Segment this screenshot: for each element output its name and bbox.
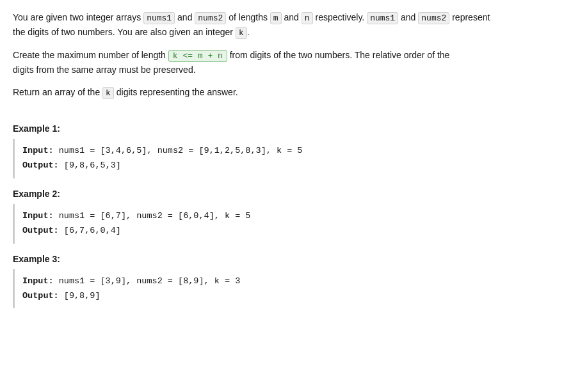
example-2-output-row: Output: [6,7,6,0,4] bbox=[22, 224, 560, 239]
example-2-output-label: Output: bbox=[22, 226, 59, 235]
m-code-1: m bbox=[270, 12, 282, 24]
desc1-end: . bbox=[247, 27, 250, 37]
example-3-input-row: Input: nums1 = [3,9], nums2 = [8,9], k =… bbox=[22, 274, 560, 289]
example-1-output-value: [9,8,6,5,3] bbox=[59, 161, 121, 170]
desc1-and2: and bbox=[282, 12, 302, 22]
example-2-box: Input: nums1 = [6,7], nums2 = [6,0,4], k… bbox=[13, 204, 567, 244]
desc1-respectively: respectively. bbox=[313, 12, 367, 22]
constraint-code: k <= m + n bbox=[168, 50, 227, 62]
desc1-and1: and bbox=[175, 12, 195, 22]
example-1-input-row: Input: nums1 = [3,4,6,5], nums2 = [9,1,2… bbox=[22, 144, 560, 159]
example-3-box: Input: nums1 = [3,9], nums2 = [8,9], k =… bbox=[13, 269, 567, 309]
desc1-text-start: You are given two integer arrays bbox=[13, 12, 143, 22]
nums2-code-1: nums2 bbox=[195, 12, 226, 24]
example-3-input-label: Input: bbox=[22, 276, 54, 286]
desc2-text-start: Create the maximum number of length bbox=[13, 50, 168, 60]
example-2-input-row: Input: nums1 = [6,7], nums2 = [6,0,4], k… bbox=[22, 209, 560, 224]
example-2-input-label: Input: bbox=[22, 211, 54, 221]
example-2-output-value: [6,7,6,0,4] bbox=[59, 226, 121, 235]
k-code-1: k bbox=[236, 27, 247, 39]
description-paragraph-1: You are given two integer arrays nums1 a… bbox=[13, 10, 567, 40]
desc3-text-end: digits representing the answer. bbox=[114, 87, 238, 97]
desc3-text-start: Return an array of the bbox=[13, 87, 102, 97]
example-3-output-value: [9,8,9] bbox=[59, 291, 101, 301]
example-2-input-value: nums1 = [6,7], nums2 = [6,0,4], k = 5 bbox=[54, 211, 251, 221]
example-1-title: Example 1: bbox=[13, 123, 567, 134]
nums1-code-2: nums1 bbox=[367, 12, 398, 24]
example-1-input-label: Input: bbox=[22, 146, 54, 155]
desc1-of-lengths: of lengths bbox=[226, 12, 270, 22]
k-code-3: k bbox=[102, 87, 114, 99]
n-code-1: n bbox=[302, 12, 313, 24]
example-2-title: Example 2: bbox=[13, 189, 567, 199]
example-3-input-value: nums1 = [3,9], nums2 = [8,9], k = 3 bbox=[54, 276, 241, 286]
example-3-output-label: Output: bbox=[22, 291, 59, 301]
example-1-input-value: nums1 = [3,4,6,5], nums2 = [9,1,2,5,8,3]… bbox=[54, 146, 303, 155]
example-1-output-label: Output: bbox=[22, 161, 59, 170]
example-3-output-row: Output: [9,8,9] bbox=[22, 289, 560, 304]
nums1-code-1: nums1 bbox=[143, 12, 175, 24]
example-3-title: Example 3: bbox=[13, 254, 567, 264]
desc1-and3: and bbox=[398, 12, 418, 22]
description-paragraph-3: Return an array of the k digits represen… bbox=[13, 85, 567, 100]
example-3-section: Example 3: Input: nums1 = [3,9], nums2 =… bbox=[13, 254, 567, 309]
example-1-box: Input: nums1 = [3,4,6,5], nums2 = [9,1,2… bbox=[13, 139, 567, 178]
nums2-code-2: nums2 bbox=[418, 12, 449, 24]
problem-description: You are given two integer arrays nums1 a… bbox=[13, 10, 567, 100]
description-paragraph-2: Create the maximum number of length k <=… bbox=[13, 48, 567, 78]
example-1-section: Example 1: Input: nums1 = [3,4,6,5], num… bbox=[13, 123, 567, 178]
example-1-output-row: Output: [9,8,6,5,3] bbox=[22, 159, 560, 173]
example-2-section: Example 2: Input: nums1 = [6,7], nums2 =… bbox=[13, 189, 567, 244]
